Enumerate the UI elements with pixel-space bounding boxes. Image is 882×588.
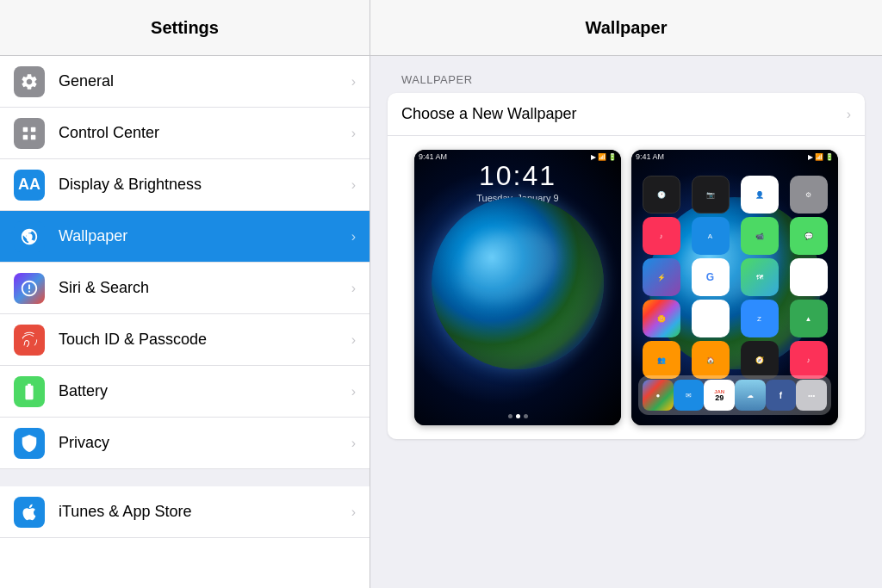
wallpaper-card: Choose a New Wallpaper › 9:41 AM ▶ 📶 🔋 1…	[388, 93, 865, 439]
sidebar-title: Settings	[151, 18, 219, 38]
sidebar-item-privacy[interactable]: Privacy ›	[0, 418, 370, 469]
dock-more-icon: •••	[796, 380, 827, 411]
app-header: Settings Wallpaper	[0, 0, 882, 56]
home-dock: ● ✉ JAN 29 ☁ f •••	[638, 375, 831, 415]
app-facetime-icon: 📹	[741, 217, 779, 255]
control-center-label: Control Center	[59, 124, 159, 142]
home-screen-bg: 9:41 AM ▶ 📶 🔋 🕐 📷 👤 ⚙ ♪ A 📹	[631, 150, 838, 425]
sidebar-header: Settings	[0, 0, 370, 55]
app-google-icon: G	[692, 258, 730, 296]
wallpaper-section-header: WALLPAPER	[388, 73, 865, 86]
display-chevron: ›	[351, 177, 356, 193]
touchid-label: Touch ID & Passcode	[59, 331, 207, 349]
lock-earth-image	[432, 197, 604, 369]
display-label: Display & Brightness	[59, 176, 202, 194]
privacy-chevron: ›	[351, 436, 356, 451]
appstore-chevron: ›	[351, 504, 356, 520]
app-drive-icon: ▲	[790, 258, 828, 296]
display-icon: AA	[14, 170, 45, 201]
touchid-icon	[14, 325, 45, 356]
app-gphotos-icon: 🖼	[692, 300, 730, 337]
app-settings-icon: ⚙	[790, 176, 828, 214]
app-appstore-icon: A	[692, 217, 730, 255]
dock-calendar-icon: JAN 29	[704, 380, 735, 411]
choose-wallpaper-chevron: ›	[847, 107, 851, 122]
home-status-bar: 9:41 AM ▶ 📶 🔋	[636, 152, 834, 161]
privacy-icon	[14, 428, 45, 459]
battery-label: Battery	[59, 382, 108, 400]
app-camera-icon: 📷	[692, 176, 730, 214]
sidebar-item-siri[interactable]: Siri & Search ›	[0, 263, 370, 314]
detail-title: Wallpaper	[586, 18, 668, 38]
app-itunes-icon: ♪	[643, 217, 680, 255]
wallpaper-label: Wallpaper	[59, 227, 127, 245]
app-clock-icon: 🕐	[643, 176, 680, 214]
app-compass-icon: 🧭	[741, 341, 779, 379]
control-center-chevron: ›	[351, 126, 356, 141]
svg-rect-0	[23, 127, 28, 132]
sidebar-item-general[interactable]: General ›	[0, 56, 370, 108]
sidebar-item-wallpaper[interactable]: Wallpaper ›	[0, 211, 370, 263]
lock-screen-bg: 9:41 AM ▶ 📶 🔋 10:41 Tuesday, January 9	[414, 150, 621, 425]
sidebar-item-appstore[interactable]: iTunes & App Store ›	[0, 486, 370, 538]
lock-dot-1	[508, 414, 512, 418]
siri-icon	[14, 273, 45, 304]
app-contacts-icon: 👤	[741, 176, 779, 214]
app-messenger-icon: ⚡	[643, 258, 680, 296]
battery-chevron: ›	[351, 384, 356, 399]
wallpaper-icon	[14, 221, 45, 252]
home-status-time: 9:41 AM	[636, 152, 664, 161]
app-messages-icon: 💬	[790, 217, 828, 255]
dock-chrome-icon: ●	[643, 380, 674, 411]
home-screen-preview[interactable]: 9:41 AM ▶ 📶 🔋 🕐 📷 👤 ⚙ ♪ A 📹	[631, 150, 838, 425]
general-chevron: ›	[351, 74, 356, 90]
svg-rect-1	[31, 127, 36, 132]
wallpaper-chevron: ›	[351, 229, 356, 244]
wallpaper-previews: 9:41 AM ▶ 📶 🔋 10:41 Tuesday, January 9	[388, 136, 865, 439]
sidebar-item-control-center[interactable]: Control Center ›	[0, 108, 370, 159]
lock-dot-3	[524, 414, 528, 418]
privacy-label: Privacy	[59, 434, 109, 452]
choose-wallpaper-row[interactable]: Choose a New Wallpaper ›	[388, 93, 865, 136]
home-app-grid: 🕐 📷 👤 ⚙ ♪ A 📹 💬 ⚡ G 🗺 ▲	[638, 176, 831, 379]
svg-rect-2	[23, 134, 28, 139]
siri-label: Siri & Search	[59, 279, 149, 297]
dock-mail-icon: ✉	[674, 380, 705, 411]
sidebar-item-battery[interactable]: Battery ›	[0, 366, 370, 418]
app-photos-icon: 🌼	[643, 300, 680, 337]
choose-wallpaper-label: Choose a New Wallpaper	[401, 105, 847, 123]
lock-page-dots	[414, 414, 621, 418]
app-home-icon: 🏠	[692, 341, 730, 379]
general-icon	[14, 66, 45, 97]
appstore-icon	[14, 497, 45, 528]
detail-header: Wallpaper	[370, 0, 882, 55]
dock-weather-icon: ☁	[735, 380, 766, 411]
svg-rect-3	[31, 134, 36, 139]
lock-time-display: 10:41	[414, 160, 621, 192]
sidebar-item-touchid[interactable]: Touch ID & Passcode ›	[0, 314, 370, 366]
appstore-label: iTunes & App Store	[59, 503, 191, 521]
control-center-icon	[14, 118, 45, 149]
touchid-chevron: ›	[351, 332, 356, 348]
general-label: General	[59, 72, 114, 90]
sidebar-spacer	[0, 469, 370, 486]
app-drive2-icon: ▲	[790, 300, 828, 337]
app-music-icon: ♪	[790, 341, 828, 379]
lock-screen-preview[interactable]: 9:41 AM ▶ 📶 🔋 10:41 Tuesday, January 9	[414, 150, 621, 425]
app-zoom-icon: Z	[741, 300, 779, 337]
wallpaper-detail-panel: WALLPAPER Choose a New Wallpaper › 9:41 …	[370, 56, 882, 588]
lock-dot-2	[516, 414, 520, 418]
app-findmyfriends-icon: 👥	[643, 341, 680, 379]
dock-facebook-icon: f	[766, 380, 797, 411]
siri-chevron: ›	[351, 281, 356, 296]
app-maps-icon: 🗺	[741, 258, 779, 296]
home-status-icons: ▶ 📶 🔋	[808, 153, 834, 161]
battery-icon	[14, 376, 45, 407]
settings-sidebar: General › Control Center › AA Display & …	[0, 56, 370, 588]
main-content: General › Control Center › AA Display & …	[0, 56, 882, 588]
sidebar-item-display[interactable]: AA Display & Brightness ›	[0, 159, 370, 211]
